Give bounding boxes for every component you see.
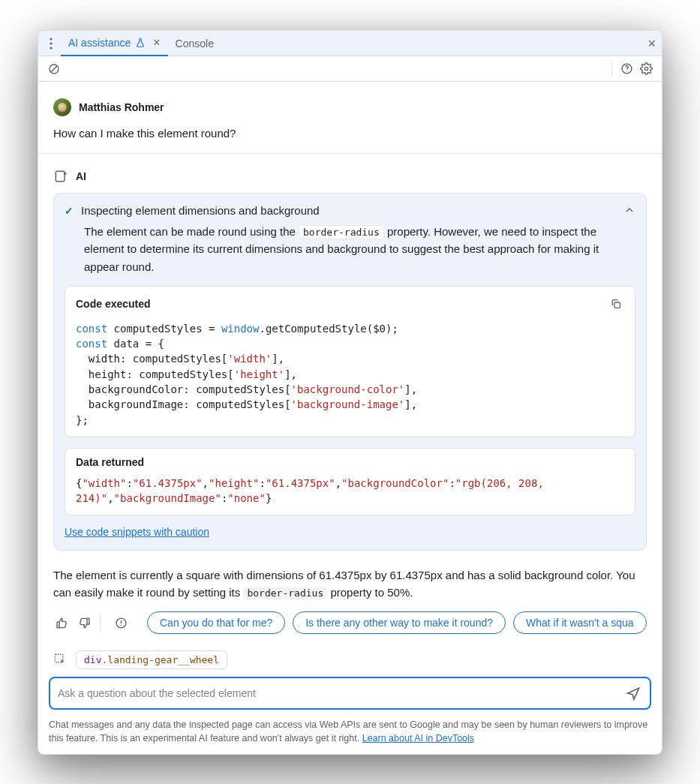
data-returned-label: Data returned — [76, 456, 144, 468]
suggestion-chips: Can you do that for me? Is there any oth… — [147, 611, 647, 634]
element-tag: div — [84, 654, 101, 665]
learn-more-link[interactable]: Learn about AI in DevTools — [362, 733, 474, 743]
suggestion-chip[interactable]: What if it wasn't a squa — [513, 611, 647, 634]
user-avatar — [53, 98, 71, 116]
user-message: Matthias Rohmer How can I make this elem… — [38, 82, 662, 154]
more-menu-icon[interactable] — [41, 34, 61, 53]
element-class: .landing-gear__wheel — [101, 654, 219, 665]
select-element-icon[interactable] — [53, 653, 68, 668]
toolbar — [38, 56, 662, 82]
svg-point-6 — [626, 71, 626, 71]
ai-label: AI — [76, 170, 86, 182]
thumbs-up-icon[interactable] — [53, 614, 70, 631]
collapse-icon[interactable] — [623, 204, 635, 216]
tab-bar: AI assistance × Console × — [38, 31, 662, 56]
devtools-panel: AI assistance × Console × Matthias Rohme… — [38, 30, 662, 755]
tab-label: Console — [176, 38, 214, 50]
thumbs-down-icon[interactable] — [76, 614, 92, 631]
close-panel-icon[interactable]: × — [647, 31, 656, 56]
inline-code: border-radius — [299, 225, 384, 239]
settings-icon[interactable] — [636, 59, 656, 79]
svg-point-2 — [50, 47, 52, 49]
experiment-icon — [135, 38, 146, 48]
suggestion-chip[interactable]: Is there any other way to make it round? — [293, 611, 506, 634]
svg-point-7 — [644, 67, 647, 70]
user-name: Matthias Rohmer — [79, 101, 164, 113]
data-returned-card: Data returned {"width":"61.4375px","heig… — [65, 448, 635, 516]
help-icon[interactable] — [617, 59, 636, 79]
feedback-row: Can you do that for me? Is there any oth… — [38, 608, 662, 644]
data-returned: {"width":"61.4375px","height":"61.4375px… — [65, 473, 635, 515]
svg-point-12 — [120, 625, 121, 626]
svg-point-1 — [50, 42, 52, 44]
caution-row: Use code snippets with caution — [65, 524, 635, 539]
tab-label: AI assistance — [68, 37, 131, 49]
report-icon[interactable] — [111, 613, 131, 632]
svg-point-0 — [50, 38, 52, 40]
context-element-chip[interactable]: div.landing-gear__wheel — [76, 650, 227, 669]
caution-link[interactable]: Use code snippets with caution — [65, 526, 209, 538]
clear-icon[interactable] — [44, 59, 64, 79]
close-tab-icon[interactable]: × — [153, 36, 160, 50]
suggestion-chip[interactable]: Can you do that for me? — [147, 611, 285, 634]
check-icon: ✓ — [65, 205, 74, 217]
user-message-text: How can I make this element round? — [53, 127, 647, 140]
svg-rect-8 — [56, 171, 65, 181]
ai-sparkle-icon — [53, 169, 68, 184]
svg-line-4 — [51, 66, 57, 72]
tab-console[interactable]: Console — [168, 31, 221, 56]
step-description: The element can be made round using the … — [65, 223, 635, 275]
disclaimer: Chat messages and any data the inspected… — [38, 713, 662, 754]
step-card: ✓ Inspecting element dimensions and back… — [53, 193, 647, 551]
copy-icon[interactable] — [606, 294, 626, 314]
question-input[interactable] — [58, 687, 624, 699]
step-title: Inspecting element dimensions and backgr… — [81, 204, 320, 217]
ai-response: AI ✓ Inspecting element dimensions and b… — [38, 154, 662, 567]
svg-rect-9 — [614, 302, 620, 308]
code-executed-card: Code executed const computedStyles = win… — [65, 286, 635, 437]
question-input-wrap[interactable] — [49, 677, 651, 710]
ai-followup-text: The element is currently a square with d… — [38, 567, 662, 601]
code-executed-label: Code executed — [76, 298, 151, 310]
input-row — [38, 677, 662, 713]
context-row: div.landing-gear__wheel — [38, 644, 662, 677]
send-icon[interactable] — [624, 684, 642, 702]
inline-code: border-radius — [243, 587, 327, 599]
code-executed: const computedStyles = window.getCompute… — [65, 318, 635, 437]
tab-ai-assistance[interactable]: AI assistance × — [61, 31, 168, 56]
